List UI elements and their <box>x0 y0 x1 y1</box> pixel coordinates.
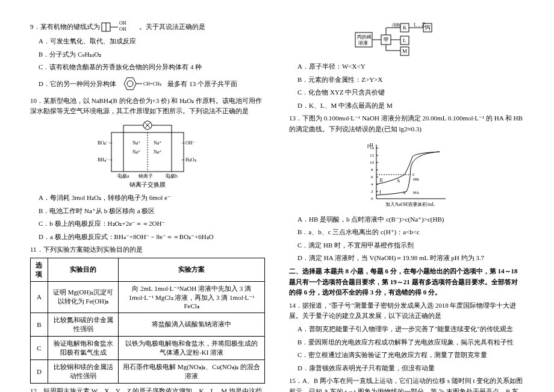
table-row: C 验证电解饱和食盐水阳极有氯气生成 以铁为电极电解饱和食盐水，并将阳极生成的气… <box>31 336 265 359</box>
q13-figure: pH 14 12 10 8 6 4 2 0 <box>289 138 524 211</box>
svg-text:电极b: 电极b <box>166 173 178 179</box>
svg-text:钠离子: 钠离子 <box>138 173 153 179</box>
th-plan: 实验方案 <box>119 258 265 281</box>
q12-figure: 丙的稀 溶液 甲 消热 K L，乙 丙 L M <box>289 22 524 58</box>
bond-line-icon: OH OH <box>101 20 137 34</box>
svg-text:L，乙: L，乙 <box>414 22 426 28</box>
section-2-heading: 二、选择题 本题共 8 小题，每题 6 分，在每小题给出的四个选项中，第 14～… <box>289 266 524 298</box>
svg-text:K: K <box>403 25 407 31</box>
q15: 15．A、B 两小车在同一直线上运动，它们运动的位移 s 随时间 t 变化的关系… <box>289 376 524 392</box>
table-row: D 比较铜和镁的金属活动性强弱 用石墨作电极电解 Mg(NO₃)₂、Cu(NO₃… <box>31 359 265 383</box>
svg-text:消热: 消热 <box>392 23 400 28</box>
q12-opt-a: A．原子半径：W<X<Y <box>289 61 524 72</box>
svg-text:电极a: 电极a <box>117 173 129 179</box>
q9-opt-a: A．可发生氧化、取代、加成反应 <box>30 36 265 47</box>
svg-text:OH: OH <box>119 20 126 26</box>
q14-opt-a: A．普朗克把能量子引入物理学，进一步完善了"能量连续变化"的传统观念 <box>289 324 524 335</box>
svg-text:Na⁺: Na⁺ <box>154 149 161 155</box>
svg-text:甲: 甲 <box>384 37 389 43</box>
q10-opt-a: A．每消耗 3mol H₂O₂，转移的电子为 6mol e⁻ <box>30 193 265 204</box>
q13: 13．下图为 0.100mol·L⁻¹ NaOH 溶液分别滴定 20.00mL … <box>289 113 524 134</box>
svg-text:→OH⁻: →OH⁻ <box>181 140 195 146</box>
q13-opt-b: B．a、b、c 三点水电离出的 c(H⁺)：a<b<c <box>289 227 524 238</box>
q9-opt-c: C．该有机物含酯基的芳香族化合物的同分异构体有 4 种 <box>30 62 265 73</box>
svg-text:HB: HB <box>413 177 419 182</box>
q12-opt-c: C．化合物 XYZ 中只含共价键 <box>289 87 524 98</box>
svg-marker-5 <box>124 78 136 90</box>
q13-opt-c: C．滴定 HB 时，不宜用甲基橙作指示剂 <box>289 240 524 251</box>
q9-intro-1: 9．某有机物的键线式为 <box>30 23 100 30</box>
table-row: B 比较氮和碳的非金属性强弱 将盐酸滴入碳酸氢钠溶液中 <box>31 313 265 336</box>
q12-opt-d: D．K、L、M 中沸点最高的是 M <box>289 101 524 111</box>
right-column: 丙的稀 溶液 甲 消热 K L，乙 丙 L M <box>289 18 524 392</box>
q11-table: 选项 实验目的 实验方案 A 证明 Mg(OH)₂沉淀可以转化为 Fe(OH)₃… <box>30 258 265 384</box>
svg-text:14: 14 <box>370 146 375 151</box>
q10: 10．某新型电池，以 NaBH₄(B 的化合价为+3 价) 和 H₂O₂ 作原料… <box>30 96 265 117</box>
q13-opt-d: D．滴定 HA 溶液时，当 V(NaOH)＝19.98 mL 时溶液 pH 约为… <box>289 253 524 264</box>
svg-text:溶液: 溶液 <box>358 40 368 46</box>
q14-opt-d: D．康普顿效应表明光子只有能量，但没有动量 <box>289 363 524 374</box>
table-row: A 证明 Mg(OH)₂沉淀可以转化为 Fe(OH)₃ 向 2mL 1mol·L… <box>31 281 265 313</box>
th-option: 选项 <box>31 258 48 281</box>
svg-text:丙的稀: 丙的稀 <box>357 34 372 40</box>
q13-opt-a: A．HB 是弱酸，b 点时溶液中 c(B⁻)>c(Na⁺)>c(HB) <box>289 214 524 225</box>
svg-text:12: 12 <box>370 153 375 158</box>
q12-opt-b: B．元素的非金属性：Z>Y>X <box>289 75 524 86</box>
svg-text:BH₄⁻→: BH₄⁻→ <box>98 157 113 163</box>
left-column: 9．某有机物的键线式为 OH OH 。关于其说法正确的是 A．可发生氧化、取代、… <box>30 18 265 392</box>
svg-text:I: I <box>379 190 381 195</box>
svg-text:←H₂O₂: ←H₂O₂ <box>181 157 196 163</box>
svg-text:BO₂⁻←: BO₂⁻← <box>98 140 113 146</box>
q9-intro-2: 。关于其说法正确的是 <box>139 23 205 30</box>
svg-text:0: 0 <box>371 196 373 201</box>
q10-figure: BO₂⁻← BH₄⁻→ Na⁺ Na⁺ Na⁺ Na⁺ →OH⁻ ←H₂O₂ 电… <box>30 120 265 189</box>
svg-text:2: 2 <box>371 189 373 194</box>
q14-opt-b: B．爱因斯坦的光电效应方程成功解释了光电效应现象，揭示光具有粒子性 <box>289 337 524 348</box>
svg-text:L: L <box>403 37 406 43</box>
svg-text:Na⁺: Na⁺ <box>132 140 140 146</box>
q14: 14．据报道，"墨子号"测量量子密钥分发成果入选 2018 年度国际物理学十大进… <box>289 300 524 322</box>
q10-opt-c: C．b 极上的电极反应：H₂O₂+2e⁻＝＝2OH⁻ <box>30 219 265 229</box>
svg-text:8: 8 <box>371 167 373 172</box>
q9-opt-b: B．分子式为 C₉H₁₀O₂ <box>30 49 265 60</box>
q10-opt-d: D．a 极上的电极反应式：BH₄⁻+8OH⁻－8e⁻＝＝BO₂⁻+6H₂O <box>30 232 265 243</box>
svg-text:a: a <box>403 190 406 195</box>
svg-text:4: 4 <box>371 182 373 187</box>
svg-text:M: M <box>402 48 407 54</box>
q12: 12．短周期主族元素 W、X、Y、Z 的原子序数依次增加，K、L、M 均是由这些… <box>30 386 265 392</box>
q14-opt-c: C．密立根通过油滴实验验证了光电效应方程，测量了普朗克常量 <box>289 350 524 361</box>
svg-text:6: 6 <box>371 175 373 179</box>
svg-text:b: b <box>397 178 400 184</box>
q10-membrane-label: 钠离子交换膜 <box>30 181 265 189</box>
svg-point-6 <box>127 81 133 87</box>
q11: 11．下列实验方案能达到实验目的的是 <box>30 244 265 255</box>
benzene-icon: CH=CH₂ <box>118 75 166 93</box>
q9-intro: 9．某有机物的键线式为 OH OH 。关于其说法正确的是 <box>30 20 265 34</box>
svg-text:HA: HA <box>413 190 419 195</box>
svg-text:OH: OH <box>119 26 126 32</box>
svg-text:c: c <box>412 172 415 177</box>
svg-text:Na⁺: Na⁺ <box>154 140 161 146</box>
svg-text:II: II <box>379 178 383 183</box>
th-goal: 实验目的 <box>48 258 119 281</box>
q9-opt-d: D．它的另一种同分异构体 CH=CH₂ 最多有 13 个原子共平面 <box>30 75 265 93</box>
svg-text:丙: 丙 <box>425 25 431 31</box>
svg-text:CH=CH₂: CH=CH₂ <box>143 81 161 87</box>
svg-text:Na⁺: Na⁺ <box>132 149 140 155</box>
svg-text:加入NaOH溶液体积/mL: 加入NaOH溶液体积/mL <box>385 202 435 207</box>
q10-opt-b: B．电池工作时 Na⁺从 b 极区移向 a 极区 <box>30 206 265 217</box>
svg-text:10: 10 <box>370 160 375 165</box>
